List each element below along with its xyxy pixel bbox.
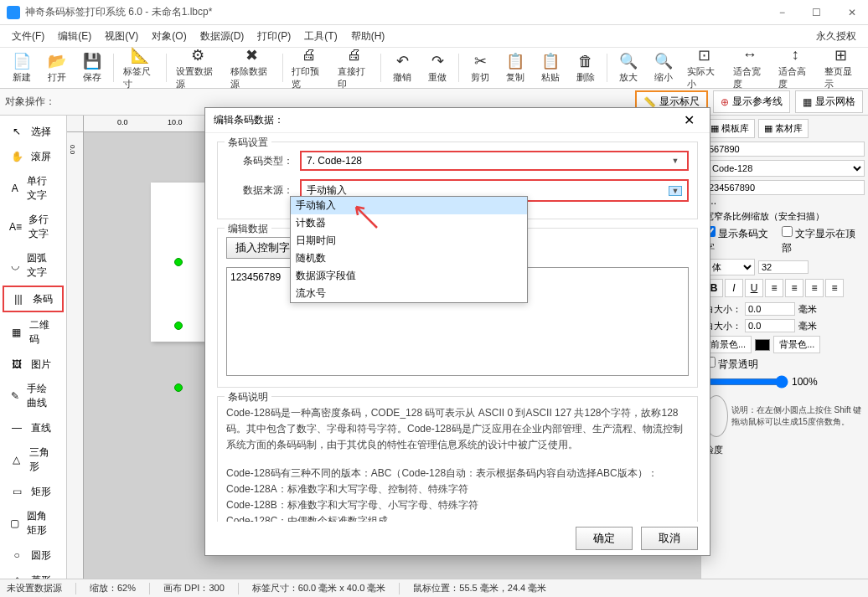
tool-multi-text[interactable]: A≡多行文字 [3, 208, 64, 245]
dropdown-item-3[interactable]: 随机数 [291, 250, 527, 267]
margin-input-2[interactable] [745, 319, 795, 332]
barcode-icon: ||| [11, 291, 26, 306]
show-guide-button[interactable]: ⊕显示参考线 [713, 90, 790, 113]
toolbar-放大[interactable]: 🔍放大 [612, 50, 645, 85]
statusbar: 未设置数据源 缩放：62% 画布 DPI：300 标签尺寸：60.0 毫米 x … [0, 579, 868, 597]
desc-text-c: Code-128C：由偶数个标准数字组成。 [226, 513, 689, 522]
transparent-checkbox[interactable]: 背景透明 [705, 357, 758, 372]
cancel-button[interactable]: 取消 [641, 527, 698, 550]
vertical-ruler: 0.0 [67, 132, 84, 579]
tool-arc-text[interactable]: ◡圆弧文字 [3, 247, 64, 284]
toolbar-label: 适合宽度 [733, 65, 767, 90]
toolbar-撤销[interactable]: ↶撤销 [385, 50, 419, 85]
code-value-input[interactable] [705, 180, 865, 195]
toolbar-直接打印[interactable]: 🖨直接打印 [333, 44, 376, 92]
tool-circle[interactable]: ○圆形 [3, 543, 64, 567]
maximize-button[interactable]: ☐ [807, 5, 826, 20]
ruler-corner [67, 116, 84, 132]
toolbar-适合高度[interactable]: ↕适合高度 [773, 44, 817, 92]
toolbar-剪切[interactable]: ✂剪切 [463, 50, 497, 85]
license-label: 永久授权 [816, 29, 863, 44]
toolbar-保存[interactable]: 💾保存 [75, 50, 109, 85]
toolbar-label: 复制 [506, 71, 524, 84]
insert-control-char-button[interactable]: 插入控制字 [226, 237, 299, 259]
tool-rect[interactable]: ▭矩形 [3, 480, 64, 503]
tool-select[interactable]: ↖选择 [3, 120, 64, 143]
image-icon: 🖼 [9, 357, 24, 372]
toolbar-标签尺寸[interactable]: 📐标签尺寸 [118, 44, 162, 92]
dropdown-item-2[interactable]: 日期时间 [291, 232, 527, 250]
window-title: 神奇条码标签打印系统 6.0 - 未命名1.lbcp* [25, 5, 774, 19]
align-center-button[interactable]: ≡ [785, 279, 803, 297]
toolbar-适合宽度[interactable]: ↔适合宽度 [728, 44, 772, 92]
barcode-type-combo[interactable]: 7. Code-128▼ [300, 151, 689, 171]
toolbar-icon: ⚙ [189, 46, 207, 64]
tool-label: 手绘曲线 [27, 382, 57, 410]
align-right-button[interactable]: ≡ [805, 279, 824, 297]
dropdown-item-4[interactable]: 数据源字段值 [291, 267, 527, 285]
freehand-icon: ✎ [9, 389, 20, 404]
type-label: 条码类型： [226, 154, 293, 168]
align-left-button[interactable]: ≡ [765, 279, 783, 297]
tab-templates[interactable]: ▦模板库 [705, 119, 755, 138]
toolbar-打开[interactable]: 📂打开 [40, 50, 74, 85]
toolbar-label: 重做 [428, 71, 447, 84]
tool-single-text[interactable]: A单行文字 [3, 170, 64, 207]
toolbar-label: 整页显示 [824, 65, 858, 90]
toolbar-整页显示[interactable]: ⊞整页显示 [819, 44, 863, 92]
selection-handle[interactable] [174, 322, 183, 330]
dropdown-item-0[interactable]: 手动输入 [291, 197, 527, 214]
triangle-icon: △ [9, 452, 23, 467]
foreground-color-button[interactable]: 前景色... [705, 336, 752, 353]
sample-value-input[interactable] [705, 142, 865, 157]
data-source-dropdown: 手动输入计数器日期时间随机数数据源字段值流水号 [290, 196, 528, 303]
tool-scroll[interactable]: ✋滚屏 [3, 145, 64, 168]
toolbar-设置数据源[interactable]: ⚙设置数据源 [171, 44, 224, 92]
toolbar-移除数据源[interactable]: ✖移除数据源 [225, 44, 278, 92]
align-justify-button[interactable]: ≡ [825, 279, 844, 297]
tool-triangle[interactable]: △三角形 [3, 441, 64, 478]
code-type-select[interactable]: Code-128 [705, 160, 865, 177]
tool-freehand[interactable]: ✎手绘曲线 [3, 378, 64, 414]
show-grid-button[interactable]: ▦显示网格 [795, 90, 863, 113]
toolbar-icon: ✂ [471, 52, 489, 70]
toolbar-复制[interactable]: 📋复制 [499, 50, 532, 85]
tool-roundrect[interactable]: ▢圆角矩形 [3, 505, 64, 542]
margin-input-1[interactable] [745, 302, 795, 316]
toolbar-icon: 🗑 [576, 52, 595, 70]
close-button[interactable]: ✕ [843, 5, 861, 20]
toolbar-实际大小[interactable]: ⊡实际大小 [682, 44, 726, 92]
underline-button[interactable]: U [745, 279, 763, 297]
ok-button[interactable]: 确定 [576, 527, 633, 550]
toolbar-缩小[interactable]: 🔍缩小 [647, 50, 680, 85]
dialog-close-button[interactable]: ✕ [677, 111, 701, 130]
italic-button[interactable]: I [725, 279, 743, 297]
menu-file[interactable]: 文件(F) [5, 26, 51, 47]
tool-line[interactable]: —直线 [3, 416, 64, 440]
minimize-button[interactable]: − [774, 5, 790, 20]
text-top-checkbox[interactable]: 文字显示在顶部 [782, 226, 865, 255]
tool-qrcode[interactable]: ▦二维码 [3, 314, 64, 351]
tab-materials[interactable]: ▦素材库 [758, 119, 809, 138]
tool-barcode[interactable]: |||条码 [3, 286, 64, 312]
toolbar-label: 新建 [13, 71, 31, 84]
toolbar-粘贴[interactable]: 📋粘贴 [534, 50, 567, 85]
opacity-slider[interactable] [705, 375, 788, 389]
toolbar-icon: 🔍 [654, 52, 673, 70]
dropdown-item-5[interactable]: 流水号 [291, 285, 527, 302]
toolbar-label: 移除数据源 [230, 65, 273, 90]
show-text-checkbox[interactable]: 显示条码文字 [705, 226, 778, 255]
tool-label: 二维码 [29, 318, 57, 347]
toolbar-重做[interactable]: ↷重做 [421, 50, 454, 85]
toolbar-删除[interactable]: 🗑删除 [569, 50, 602, 85]
toolbar-打印预览[interactable]: 🖨打印预览 [287, 44, 330, 92]
font-select[interactable]: 体 [705, 259, 755, 275]
toolbar-新建[interactable]: 📄新建 [5, 50, 39, 85]
dropdown-item-1[interactable]: 计数器 [291, 214, 527, 232]
selection-handle[interactable] [174, 383, 183, 392]
menu-edit[interactable]: 编辑(E) [51, 26, 98, 47]
font-size-input[interactable] [758, 260, 809, 274]
background-color-button[interactable]: 背景色... [773, 336, 820, 353]
tool-image[interactable]: 🖼图片 [3, 353, 64, 376]
selection-handle[interactable] [174, 258, 183, 266]
